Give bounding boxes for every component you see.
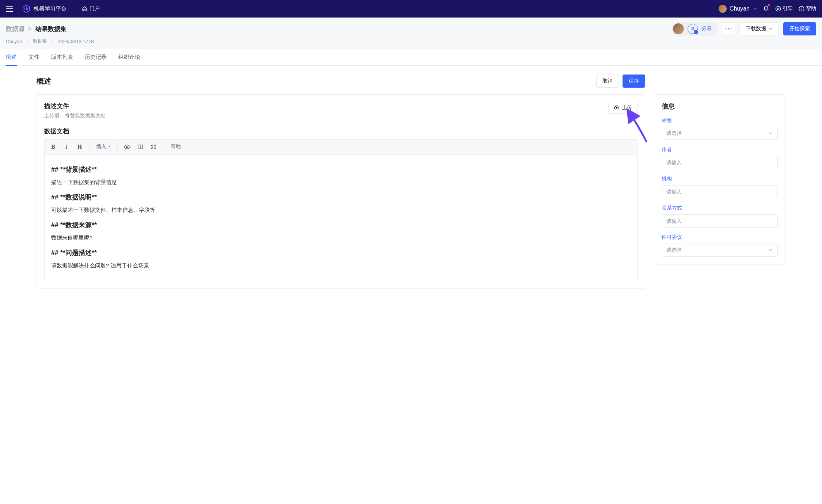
tags-placeholder: 请选择 (666, 130, 682, 137)
guide-button[interactable]: 引导 (775, 5, 793, 12)
editor-line: ## **数据说明** (51, 192, 631, 203)
app-title: 机器学习平台 (34, 5, 66, 12)
meta-type: 数据集 (33, 38, 47, 45)
page-header: 数据源 > 结果数据集 + 分享 下载数据 开始探索 (0, 18, 822, 49)
cancel-button[interactable]: 取消 (596, 75, 619, 88)
contact-input[interactable] (662, 214, 778, 228)
editor-line: 该数据能解决什么问题? 适用于什么场景 (51, 261, 631, 270)
portal-link[interactable]: 门户 (81, 5, 100, 12)
notifications-button[interactable] (763, 5, 769, 13)
app-logo[interactable]: 机器学习平台 (22, 4, 66, 13)
share-label: 分享 (701, 26, 712, 32)
user-avatar-icon (719, 5, 727, 13)
top-nav: 机器学习平台 门户 Chuyan 引导 帮助 (0, 0, 822, 18)
svg-point-4 (728, 28, 729, 30)
desc-file-subtitle: 上传后，将替换数据集文档 (44, 112, 106, 119)
author-label: 作者 (662, 146, 778, 153)
nav-divider (74, 5, 74, 12)
italic-button[interactable]: I (61, 142, 72, 152)
tab-versions[interactable]: 版本列表 (51, 49, 73, 66)
share-button[interactable]: + 分享 (671, 22, 718, 36)
editor-line: 数据来自哪里呢? (51, 233, 631, 243)
contact-label: 联系方式 (662, 205, 778, 211)
upload-button[interactable]: 上传 (608, 102, 638, 114)
help-button[interactable]: 帮助 (799, 5, 816, 12)
svg-point-1 (799, 6, 804, 11)
help-label: 帮助 (806, 5, 816, 12)
fullscreen-button[interactable] (148, 142, 159, 152)
section-title: 概述 (37, 76, 51, 86)
breadcrumb-separator: > (28, 25, 32, 33)
ellipsis-icon (725, 28, 732, 30)
author-input[interactable] (662, 156, 778, 169)
expand-icon (151, 144, 156, 150)
meta-row: Chuyan 数据集 2023/03/13 17:34 (6, 38, 816, 49)
tags-label: 标签 (662, 117, 778, 124)
split-view-button[interactable] (134, 142, 146, 152)
tab-overview[interactable]: 概述 (6, 49, 17, 66)
guide-label: 引导 (783, 5, 793, 12)
license-placeholder: 请选择 (666, 247, 682, 253)
svg-point-2 (692, 27, 694, 29)
upload-label: 上传 (622, 104, 632, 111)
add-user-icon: + (688, 24, 698, 34)
save-button[interactable]: 保存 (623, 75, 645, 88)
tab-comments[interactable]: 组织评论 (118, 49, 140, 66)
chevron-down-icon (768, 248, 773, 253)
content: 概述 取消 保存 描述文件 上传后，将替换数据集文档 上传 数据文档 B (0, 66, 822, 298)
editor-line: ## **问题描述** (51, 247, 631, 259)
explore-label: 开始探索 (789, 26, 810, 32)
editor-line: 描述一下数据集的背景信息 (51, 177, 631, 187)
meta-author: Chuyan (6, 39, 22, 44)
data-doc-title: 数据文档 (44, 127, 638, 135)
portal-label: 门户 (90, 5, 100, 12)
editor-line: ## **背景描述** (51, 164, 631, 175)
chevron-down-icon (768, 27, 773, 31)
hamburger-menu[interactable] (6, 6, 13, 12)
user-name: Chuyan (730, 5, 750, 12)
help-icon (799, 6, 804, 12)
editor-textarea[interactable]: ## **背景描述** 描述一下数据集的背景信息 ## **数据说明** 可以描… (45, 154, 637, 281)
info-card: 信息 标签 请选择 作者 机构 联系方式 许可协议 (654, 94, 785, 264)
chevron-down-icon (753, 7, 757, 11)
breadcrumb-current: 结果数据集 (35, 25, 66, 33)
editor-help-button[interactable]: 帮助 (167, 144, 184, 150)
meta-time: 2023/03/13 17:34 (58, 39, 95, 44)
compass-icon (775, 6, 781, 12)
desc-file-title: 描述文件 (44, 102, 106, 110)
tags-select[interactable]: 请选择 (662, 127, 778, 140)
more-button[interactable] (722, 22, 735, 35)
columns-icon (137, 144, 143, 150)
caret-down-icon (108, 145, 111, 148)
share-avatar-icon (673, 23, 684, 34)
logo-icon (22, 4, 31, 13)
org-input[interactable] (662, 185, 778, 198)
upload-icon (614, 105, 620, 111)
svg-point-0 (776, 6, 780, 11)
tab-history[interactable]: 历史记录 (85, 49, 107, 66)
svg-point-5 (731, 28, 732, 30)
notification-dot (768, 4, 770, 6)
heading-button[interactable]: H (74, 142, 85, 152)
explore-button[interactable]: 开始探索 (783, 22, 816, 35)
home-icon (81, 6, 87, 12)
insert-label: 插入 (96, 144, 106, 150)
preview-button[interactable] (121, 142, 133, 152)
markdown-editor: B I H 插入 帮助 ## **背景描述** (44, 139, 638, 281)
insert-dropdown[interactable]: 插入 (93, 142, 114, 152)
description-card: 描述文件 上传后，将替换数据集文档 上传 数据文档 B I H 插入 (37, 94, 645, 289)
tabs: 概述 文件 版本列表 历史记录 组织评论 (0, 49, 822, 66)
tab-files[interactable]: 文件 (28, 49, 39, 66)
org-label: 机构 (662, 176, 778, 182)
user-menu[interactable]: Chuyan (719, 5, 757, 13)
breadcrumb-parent[interactable]: 数据源 (6, 25, 24, 33)
breadcrumb: 数据源 > 结果数据集 (6, 25, 66, 33)
download-button[interactable]: 下载数据 (739, 22, 779, 35)
editor-toolbar: B I H 插入 帮助 (45, 140, 637, 154)
editor-line: 可以描述一下数据文件、样本信息、字段等 (51, 205, 631, 215)
license-select[interactable]: 请选择 (662, 244, 778, 257)
svg-point-6 (126, 146, 128, 148)
eye-icon (124, 144, 130, 150)
bold-button[interactable]: B (47, 142, 59, 152)
chevron-down-icon (768, 131, 773, 136)
